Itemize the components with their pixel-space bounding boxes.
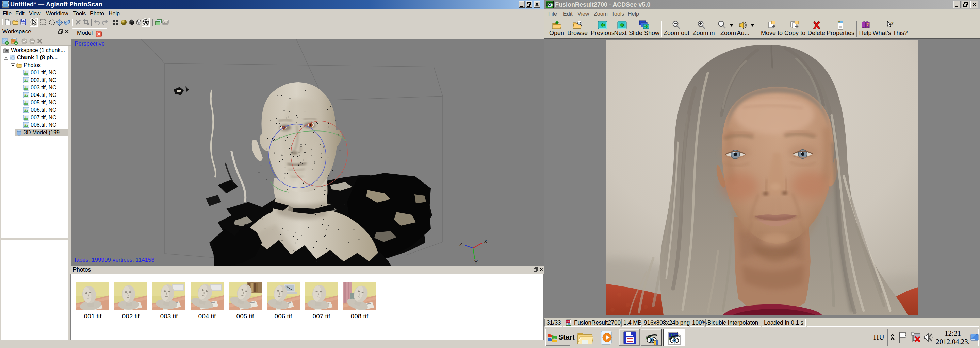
svg-text:X: X xyxy=(484,238,487,244)
svg-text:Y: Y xyxy=(474,259,478,265)
svg-text:PNG: PNG xyxy=(566,321,571,323)
svg-text:?: ? xyxy=(891,21,894,27)
svg-text:Z: Z xyxy=(460,241,463,247)
svg-text:?: ? xyxy=(866,22,869,27)
